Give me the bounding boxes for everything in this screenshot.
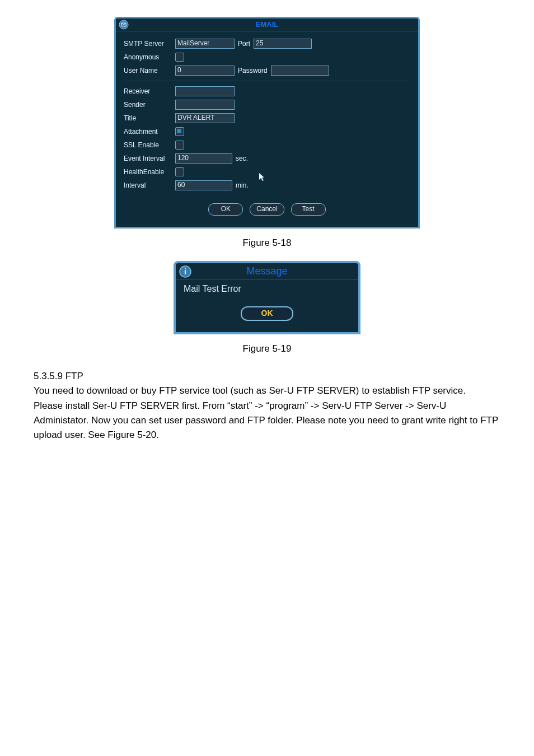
email-icon (118, 18, 130, 31)
figure-caption-5-18: Figure 5-18 (34, 237, 500, 249)
interval-unit: min. (236, 181, 249, 189)
ok-button[interactable]: OK (208, 203, 243, 216)
message-ok-button[interactable]: OK (241, 306, 293, 321)
email-dialog-titlebar: EMAIL (116, 18, 418, 31)
ssl-enable-label: SSL Enable (124, 141, 175, 149)
sender-label: Sender (124, 101, 175, 109)
port-label: Port (238, 40, 250, 48)
cancel-button[interactable]: Cancel (250, 203, 284, 216)
attachment-checkbox[interactable] (175, 127, 184, 136)
receiver-label: Receiver (124, 87, 175, 95)
anonymous-label: Anonymous (124, 53, 175, 61)
paragraph-1: You need to download or buy FTP service … (34, 384, 500, 398)
attachment-label: Attachment (124, 128, 175, 136)
section-heading: 5.3.5.9 FTP (34, 369, 500, 384)
message-text: Mail Test Error (184, 284, 350, 294)
receiver-input[interactable] (175, 86, 235, 96)
port-input[interactable]: 25 (254, 39, 312, 49)
cursor-icon (258, 172, 266, 182)
test-button[interactable]: Test (291, 203, 326, 216)
message-body: Mail Test Error OK (176, 279, 358, 332)
password-input[interactable] (271, 66, 329, 76)
smtp-server-label: SMTP Server (124, 40, 175, 48)
event-interval-unit: sec. (236, 155, 248, 162)
email-dialog: EMAIL SMTP Server MailServer Port 25 Ano… (114, 17, 420, 228)
figure-caption-5-19: Figure 5-19 (34, 343, 500, 354)
body-text: 5.3.5.9 FTP You need to download or buy … (34, 369, 500, 443)
interval-input[interactable]: 60 (175, 180, 232, 190)
event-interval-input[interactable]: 120 (175, 153, 232, 164)
user-name-input[interactable]: 0 (175, 66, 235, 76)
health-enable-checkbox[interactable] (175, 167, 184, 176)
interval-label: Interval (124, 181, 175, 189)
title-label: Title (124, 114, 175, 122)
anonymous-checkbox[interactable] (175, 53, 184, 62)
email-dialog-title: EMAIL (256, 20, 278, 29)
email-dialog-body: SMTP Server MailServer Port 25 Anonymous… (116, 31, 418, 227)
paragraph-2: Please install Ser-U FTP SERVER first. F… (34, 399, 500, 443)
message-dialog: i Message Mail Test Error OK (174, 261, 360, 334)
password-label: Password (238, 67, 268, 74)
event-interval-label: Event Interval (124, 155, 175, 162)
title-input[interactable]: DVR ALERT (175, 113, 235, 123)
message-icon: i (178, 264, 193, 279)
email-dialog-buttons: OK Cancel Test (124, 192, 410, 219)
message-titlebar: i Message (176, 263, 358, 279)
health-enable-label: HealthEnable (124, 168, 175, 176)
divider (124, 81, 410, 81)
user-name-label: User Name (124, 67, 175, 74)
message-title: Message (246, 265, 287, 277)
svg-text:i: i (184, 267, 186, 276)
smtp-server-input[interactable]: MailServer (175, 39, 235, 49)
sender-input[interactable] (175, 100, 235, 110)
ssl-enable-checkbox[interactable] (175, 141, 184, 150)
